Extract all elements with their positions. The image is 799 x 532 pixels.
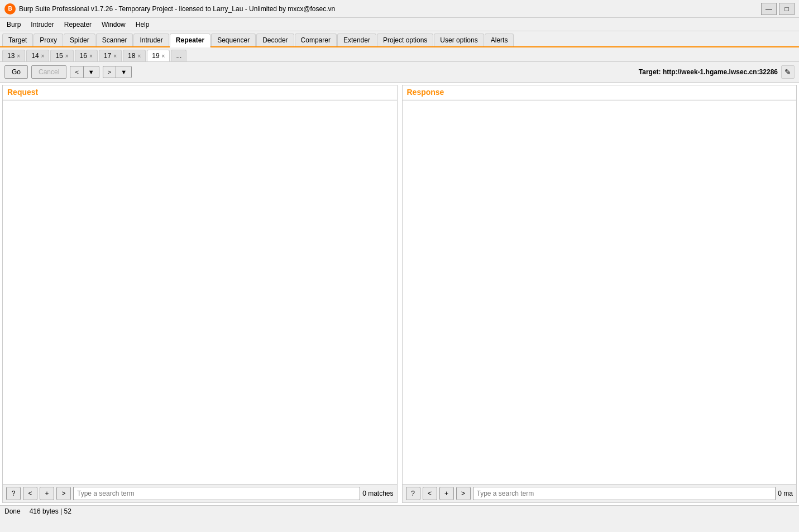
main-tab-scanner[interactable]: Scanner xyxy=(96,33,133,46)
main-tab-intruder[interactable]: Intruder xyxy=(133,33,169,46)
repeater-tabs: 13×14×15×16×17×18×19×... xyxy=(0,47,799,62)
status-right: 416 bytes | 52 xyxy=(30,507,71,515)
go-button[interactable]: Go xyxy=(4,65,28,79)
main-tab-alerts[interactable]: Alerts xyxy=(485,33,514,46)
next-button[interactable]: > xyxy=(103,66,116,78)
request-panel: Request ? < + > 0 matches xyxy=(2,85,398,503)
rep-tab-close[interactable]: × xyxy=(17,53,20,59)
rep-tab-17[interactable]: 17× xyxy=(99,50,122,61)
response-code-area[interactable] xyxy=(403,100,797,484)
menu-item-intruder[interactable]: Intruder xyxy=(26,20,58,30)
target-label: Target: http://week-1.hgame.lwsec.cn:322… xyxy=(639,68,778,76)
response-add-button[interactable]: + xyxy=(439,487,454,500)
rep-tab-15[interactable]: 15× xyxy=(50,50,73,61)
request-prev-button[interactable]: < xyxy=(23,487,37,500)
request-matches-label: 0 matches xyxy=(362,490,393,497)
rep-tab-close[interactable]: × xyxy=(113,53,117,59)
maximize-button[interactable]: □ xyxy=(779,3,795,15)
request-title: Request xyxy=(3,85,397,99)
titlebar-title: Burp Suite Professional v1.7.26 - Tempor… xyxy=(19,5,335,13)
main-tab-extender[interactable]: Extender xyxy=(337,33,376,46)
response-prev-button[interactable]: < xyxy=(423,487,437,500)
rep-tab-close[interactable]: × xyxy=(162,53,165,59)
rep-tab-label: 19 xyxy=(152,52,159,60)
prev-nav-group: < ▼ xyxy=(70,66,99,78)
statusbar: Done 416 bytes | 52 xyxy=(0,505,799,516)
request-add-button[interactable]: + xyxy=(40,487,54,500)
rep-tab-more[interactable]: ... xyxy=(171,50,186,61)
main-tab-comparer[interactable]: Comparer xyxy=(295,33,337,46)
main-tab-repeater[interactable]: Repeater xyxy=(170,33,210,47)
next-nav-group: > ▼ xyxy=(103,66,132,78)
content-area: Request ? < + > 0 matches Response ? < +… xyxy=(0,83,799,505)
main-tab-spider[interactable]: Spider xyxy=(64,33,95,46)
rep-tab-close[interactable]: × xyxy=(137,53,141,59)
app-logo: B xyxy=(4,3,16,15)
response-title: Response xyxy=(403,85,797,99)
main-tab-target[interactable]: Target xyxy=(2,33,33,46)
main-tab-proxy[interactable]: Proxy xyxy=(34,33,63,46)
request-next-button[interactable]: > xyxy=(56,487,71,500)
menu-item-help[interactable]: Help xyxy=(131,20,154,30)
rep-tab-19[interactable]: 19× xyxy=(147,50,170,61)
prev-down-button[interactable]: ▼ xyxy=(83,66,99,78)
request-bottom-bar: ? < + > 0 matches xyxy=(3,484,397,502)
rep-tab-16[interactable]: 16× xyxy=(75,50,98,61)
prev-button[interactable]: < xyxy=(70,66,83,78)
rep-tab-label: 15 xyxy=(55,52,63,60)
menu-item-window[interactable]: Window xyxy=(97,20,130,30)
rep-tab-label: 17 xyxy=(104,52,111,60)
main-tab-user-options[interactable]: User options xyxy=(434,33,484,46)
main-tab-decoder[interactable]: Decoder xyxy=(256,33,294,46)
menubar: BurpIntruderRepeaterWindowHelp xyxy=(0,18,799,31)
request-help-button[interactable]: ? xyxy=(6,487,21,500)
menu-item-burp[interactable]: Burp xyxy=(2,20,25,30)
rep-tab-label: 18 xyxy=(128,52,135,60)
main-tab-sequencer[interactable]: Sequencer xyxy=(211,33,256,46)
response-bottom-bar: ? < + > 0 ma xyxy=(403,484,797,502)
toolbar: Go Cancel < ▼ > ▼ Target: http://week-1.… xyxy=(0,62,799,83)
status-left: Done xyxy=(4,507,21,515)
main-tabs: TargetProxySpiderScannerIntruderRepeater… xyxy=(0,31,799,47)
titlebar: B Burp Suite Professional v1.7.26 - Temp… xyxy=(0,0,799,18)
next-down-button[interactable]: ▼ xyxy=(116,66,132,78)
rep-tab-close[interactable]: × xyxy=(89,53,93,59)
main-tab-project-options[interactable]: Project options xyxy=(377,33,433,46)
response-search-input[interactable] xyxy=(473,487,776,500)
menu-item-repeater[interactable]: Repeater xyxy=(60,20,96,30)
response-matches-label: 0 ma xyxy=(778,490,793,497)
rep-tab-18[interactable]: 18× xyxy=(123,50,146,61)
titlebar-controls[interactable]: — □ xyxy=(761,3,795,15)
rep-tab-label: 14 xyxy=(31,52,39,60)
request-search-input[interactable] xyxy=(73,487,360,500)
rep-tab-label: 16 xyxy=(80,52,87,60)
cancel-button[interactable]: Cancel xyxy=(31,65,66,79)
rep-tab-close[interactable]: × xyxy=(65,53,69,59)
response-help-button[interactable]: ? xyxy=(406,487,420,500)
rep-tab-13[interactable]: 13× xyxy=(2,50,25,61)
response-next-button[interactable]: > xyxy=(456,487,471,500)
request-code-area[interactable] xyxy=(3,100,397,484)
rep-tab-label: 13 xyxy=(7,52,15,60)
rep-tab-14[interactable]: 14× xyxy=(26,50,49,61)
edit-target-button[interactable]: ✎ xyxy=(781,65,795,79)
response-panel: Response ? < + > 0 ma xyxy=(402,85,797,503)
rep-tab-close[interactable]: × xyxy=(41,53,45,59)
minimize-button[interactable]: — xyxy=(761,3,777,15)
titlebar-left: B Burp Suite Professional v1.7.26 - Temp… xyxy=(4,3,335,15)
